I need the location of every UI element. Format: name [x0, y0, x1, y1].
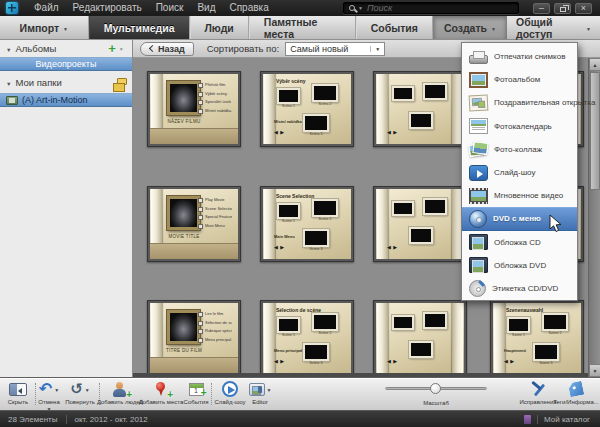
menu-item-slideshow[interactable]: Слайд-шоу [462, 161, 577, 184]
greeting-card-icon [469, 94, 489, 111]
create-button[interactable]: Создать [433, 16, 507, 39]
menu-item-instant-video[interactable]: Мгновенное видео [462, 184, 577, 207]
catalog-name[interactable]: Мой каталог [544, 415, 590, 424]
action-bar: Скрыть Отмена Повернуть Добавить людей Д… [0, 377, 600, 410]
template-thumbnail[interactable] [373, 71, 467, 147]
menu-item-photo-calendar[interactable]: Фотокалендарь [462, 115, 577, 138]
divider [66, 415, 67, 424]
menu-item-dvd-jacket[interactable]: Обложка DVD [462, 254, 577, 277]
minimize-button[interactable] [533, 3, 550, 14]
nav-arrows-icon [387, 235, 398, 253]
editor-button[interactable]: Editor [242, 380, 278, 405]
zoom-slider[interactable] [385, 387, 487, 390]
zoom-label: Масштаб [385, 400, 487, 406]
template-thumbnail[interactable]: Název filmu Přehrát film Výběr scény Spe… [147, 71, 241, 147]
template-thumbnail[interactable]: Szenenauswahl Szene 1 Szene 2 Szene 3 Ha… [490, 300, 584, 376]
restore-button[interactable] [554, 3, 571, 14]
nav-arrows-icon [274, 349, 285, 367]
album-video-projects[interactable]: Видеопроекты [0, 57, 132, 71]
create-menu: Отпечатки снимков Фотоальбом Поздравител… [461, 42, 578, 301]
select-arrow-icon [370, 46, 380, 52]
menu-item-cd-dvd-label[interactable]: Этикетка CD/DVD [462, 277, 577, 300]
menu-item-greeting-card[interactable]: Поздравительная открытка [462, 91, 577, 114]
template-thumbnail[interactable]: Výběr scény Scéna 1 Scéna 2 Scéna 3 Míst… [260, 71, 354, 147]
tab-people[interactable]: Люди [190, 16, 249, 39]
search-icon [349, 5, 355, 11]
nav-arrows-icon [203, 121, 214, 139]
undo-icon [39, 380, 52, 398]
back-button[interactable]: Назад [140, 42, 194, 56]
nav-arrows-icon [274, 235, 285, 253]
add-people-button[interactable]: Добавить людей [96, 380, 144, 405]
scrollbar-thumb[interactable] [590, 72, 600, 190]
search-input[interactable]: Поиск [343, 2, 519, 14]
albums-panel: Альбомы Видеопроекты Мои папки (A) Art-i… [0, 40, 133, 377]
tab-events[interactable]: События [356, 16, 433, 39]
sort-order-select[interactable]: Самый новый [285, 42, 385, 56]
menu-item-photo-collage[interactable]: Фото-коллаж [462, 138, 577, 161]
rotate-icon [70, 380, 83, 398]
window-controls [533, 3, 592, 14]
slideshow-icon [469, 165, 488, 181]
add-people-icon [112, 382, 128, 397]
new-album-button[interactable] [105, 41, 131, 56]
catalog-icon [524, 415, 531, 424]
search-options-chevron-icon[interactable] [358, 5, 363, 11]
folder-item-art-in-motion[interactable]: (A) Art-in-Motion [0, 93, 132, 107]
tag-icon [568, 381, 585, 398]
nav-arrows-icon [203, 236, 214, 254]
search-placeholder: Поиск [367, 3, 392, 13]
dvd-jacket-icon [469, 257, 488, 273]
tab-places[interactable]: Памятные места [249, 16, 356, 39]
folder-view-icon[interactable] [117, 78, 127, 85]
dvd-menu-icon [469, 210, 487, 228]
editor-icon [249, 383, 265, 396]
tags-info-button[interactable]: Теги/Информа... [553, 380, 599, 405]
photo-calendar-icon [469, 118, 488, 134]
menu-find[interactable]: Поиск [149, 0, 191, 16]
play-slideshow-icon [222, 381, 238, 397]
template-thumbnail[interactable]: Scene Selection Scene 1 Scene 2 Scene 3 … [260, 186, 354, 262]
add-places-icon [153, 382, 169, 397]
menu-file[interactable]: Файл [27, 0, 66, 16]
menu-item-cd-jacket[interactable]: Обложка CD [462, 231, 577, 254]
collapse-triangle-icon[interactable] [6, 43, 11, 54]
plus-icon [108, 43, 116, 54]
collapse-triangle-icon[interactable] [6, 77, 11, 88]
instant-fix-icon [530, 381, 546, 397]
date-range: окт. 2012 - окт. 2012 [75, 415, 148, 424]
mouse-cursor-icon [549, 214, 562, 233]
my-folders-header[interactable]: Мои папки [0, 74, 132, 91]
template-thumbnail[interactable]: Sélection de scène Scène 1 Scène 2 Scène… [260, 300, 354, 376]
share-button[interactable]: Общий доступ [507, 16, 600, 39]
sort-by-label: Сортировать по: [207, 43, 279, 54]
cd-dvd-label-icon [469, 280, 486, 297]
menu-help[interactable]: Справка [222, 0, 275, 16]
tab-bar: Импорт Мультимедиа Люди Памятные места С… [0, 16, 600, 40]
menu-item-photo-book[interactable]: Фотоальбом [462, 68, 577, 91]
menubar: Файл Редактировать Поиск Вид Справка Пои… [0, 0, 600, 16]
scroll-up-button[interactable] [589, 58, 600, 71]
template-thumbnail[interactable]: Movie Title Play Movie Scene Selection S… [147, 186, 241, 262]
close-button[interactable] [575, 3, 592, 14]
video-folder-icon [6, 96, 18, 105]
menu-edit[interactable]: Редактировать [66, 0, 149, 16]
import-button[interactable]: Импорт [0, 16, 89, 39]
menu-item-photo-prints[interactable]: Отпечатки снимков [462, 45, 577, 68]
scroll-down-button[interactable] [589, 364, 600, 377]
cd-jacket-icon [469, 234, 488, 250]
template-thumbnail[interactable]: Titre du film Lire le film Sélection de … [147, 300, 241, 376]
add-event-icon [189, 383, 204, 396]
template-thumbnail[interactable] [373, 300, 467, 376]
rotate-button[interactable]: Повернуть [60, 380, 100, 405]
nav-arrows-icon [203, 350, 214, 368]
nav-arrows-icon [387, 120, 398, 138]
template-thumbnail[interactable] [373, 186, 467, 262]
zoom-slider-knob[interactable] [430, 383, 441, 394]
instant-video-icon [469, 188, 488, 204]
albums-header[interactable]: Альбомы [0, 40, 132, 57]
tab-media[interactable]: Мультимедиа [89, 16, 190, 39]
app-logo-icon [6, 2, 18, 14]
menu-view[interactable]: Вид [190, 0, 222, 16]
divider [537, 415, 538, 424]
